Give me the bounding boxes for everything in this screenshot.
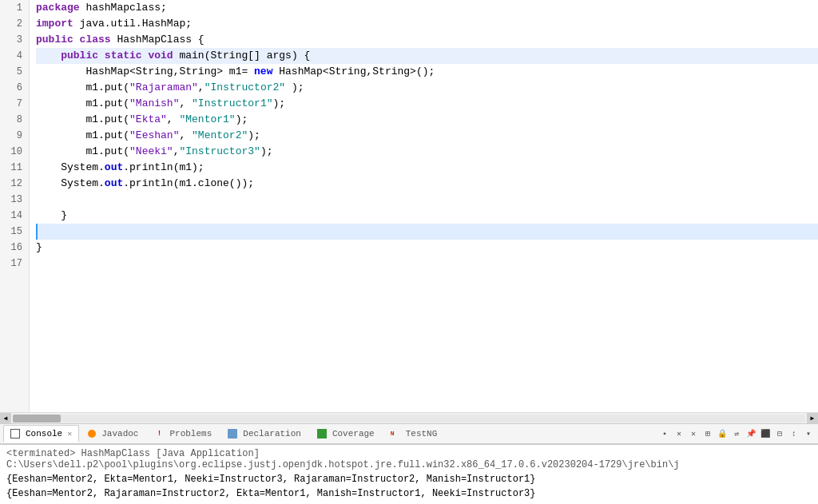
code-token: import (36, 16, 73, 32)
code-line (36, 192, 818, 208)
scroll-left-arrow[interactable]: ◀ (0, 413, 11, 424)
code-token: "Manish" (129, 96, 179, 112)
word-wrap-icon[interactable]: ⇌ (730, 427, 743, 440)
editor-area: 1234567891011121314151617 package hashMa… (0, 0, 818, 412)
tab-console[interactable]: Console✕ (3, 425, 79, 442)
remove-all-icon[interactable]: ✕ (687, 427, 700, 440)
code-token: .println(m1); (123, 160, 204, 176)
code-token: ); (285, 80, 304, 96)
code-token: , (167, 112, 180, 128)
line-number: 4 (6, 48, 22, 64)
code-token: } (36, 240, 42, 256)
code-token: m1.put( (36, 128, 129, 144)
code-token: HashMapClass { (111, 32, 204, 48)
tab-testng[interactable]: NTestNG (383, 425, 445, 442)
code-token: .println(m1.clone()); (123, 176, 254, 192)
line-number: 16 (6, 240, 22, 256)
code-token: "Instructor2" (204, 80, 285, 96)
open-icon[interactable]: ⊟ (773, 427, 786, 440)
code-token: public static (61, 48, 141, 64)
code-line: System.out.println(m1.clone()); (36, 176, 818, 192)
code-token: m1.put( (36, 112, 129, 128)
code-token: "Ekta" (129, 112, 167, 128)
code-token: package (36, 0, 80, 16)
console-area: <terminated> HashMapClass [Java Applicat… (0, 444, 818, 504)
tab-coverage[interactable]: Coverage (310, 425, 382, 442)
line-number: 11 (6, 160, 22, 176)
code-token: ); (272, 96, 285, 112)
tab-problems[interactable]: !Problems (147, 425, 219, 442)
code-token: , (173, 144, 180, 160)
code-token: , (179, 96, 192, 112)
line-number: 7 (6, 96, 22, 112)
collapse-icon[interactable]: ↕ (788, 427, 800, 440)
code-token: "Neeki" (129, 144, 173, 160)
tabs-toolbar: ▪✕✕⊞🔒⇌📌⬛⊟↕▾ (658, 427, 815, 440)
code-line: public class HashMapClass { (36, 32, 818, 48)
tab-close-icon[interactable]: ✕ (67, 429, 72, 439)
code-token: ); (236, 112, 248, 128)
line-numbers: 1234567891011121314151617 (0, 0, 30, 412)
code-token: java.util.HashMap; (73, 16, 192, 32)
code-token: HashMap<String,String>(); (272, 64, 435, 80)
code-content[interactable]: package hashMapclass;import java.util.Ha… (30, 0, 818, 412)
line-number: 15 (6, 224, 22, 240)
line-number: 1 (6, 0, 22, 16)
line-number: 12 (6, 176, 22, 192)
code-token: m1.put( (36, 96, 129, 112)
remove-icon[interactable]: ✕ (673, 427, 685, 440)
pin-icon[interactable]: 📌 (745, 427, 757, 440)
code-line: public static void main(String[] args) { (36, 48, 818, 64)
code-token: m1.put( (36, 144, 129, 160)
line-number: 6 (6, 80, 22, 96)
tab-javadoc[interactable]: Javadoc (81, 425, 145, 442)
scroll-track[interactable] (13, 415, 805, 423)
code-token: System. (36, 160, 105, 176)
tab-label: TestNG (406, 429, 438, 439)
line-number: 17 (6, 256, 22, 272)
code-token: , (198, 80, 204, 96)
code-token (36, 48, 61, 64)
code-token: ); (248, 128, 260, 144)
scroll-thumb[interactable] (13, 415, 61, 423)
code-token: } (36, 208, 67, 224)
code-line: package hashMapclass; (36, 0, 818, 16)
tab-label: Declaration (243, 429, 301, 439)
code-token: ); (260, 144, 273, 160)
tabs-bar: Console✕Javadoc!ProblemsDeclarationCover… (0, 423, 818, 444)
code-line: m1.put("Manish", "Instructor1"); (36, 96, 818, 112)
code-line: } (36, 240, 818, 256)
scroll-lock-icon[interactable]: 🔒 (716, 427, 729, 440)
code-token: "Mentor1" (179, 112, 235, 128)
scroll-right-arrow[interactable]: ▶ (807, 413, 818, 424)
new-console-icon[interactable]: ⬛ (759, 427, 772, 440)
code-token: "Eeshan" (129, 128, 179, 144)
code-token: "Mentor2" (192, 128, 248, 144)
line-number: 8 (6, 112, 22, 128)
line-number: 9 (6, 128, 22, 144)
copy-icon[interactable]: ⊞ (701, 427, 714, 440)
code-line (36, 256, 818, 272)
line-number: 14 (6, 208, 22, 224)
code-token: m1.put( (36, 80, 129, 96)
stop-icon[interactable]: ▪ (658, 427, 671, 440)
line-number: 5 (6, 64, 22, 80)
code-line: import java.util.HashMap; (36, 16, 818, 32)
view-menu-icon[interactable]: ▾ (802, 427, 815, 440)
tab-declaration[interactable]: Declaration (220, 425, 308, 442)
console-terminated-line: <terminated> HashMapClass [Java Applicat… (6, 448, 812, 470)
code-line: m1.put("Ekta", "Mentor1"); (36, 112, 818, 128)
code-line: m1.put("Eeshan", "Mentor2"); (36, 128, 818, 144)
code-line: m1.put("Neeki","Instructor3"); (36, 144, 818, 160)
code-token: "Instructor1" (192, 96, 272, 112)
tab-label: Javadoc (101, 429, 138, 439)
console-output-line-2: {Eeshan=Mentor2, Rajaraman=Instructor2, … (6, 486, 812, 501)
code-line (36, 224, 818, 240)
console-output-line-1: {Eeshan=Mentor2, Ekta=Mentor1, Neeki=Ins… (6, 472, 812, 486)
code-token: System. (36, 176, 105, 192)
horizontal-scroll[interactable]: ◀ ▶ (0, 412, 818, 423)
code-token: void (142, 48, 173, 64)
code-token: "Rajaraman" (129, 80, 198, 96)
tab-label: Console (26, 429, 62, 439)
code-token: "Instructor3" (179, 144, 260, 160)
